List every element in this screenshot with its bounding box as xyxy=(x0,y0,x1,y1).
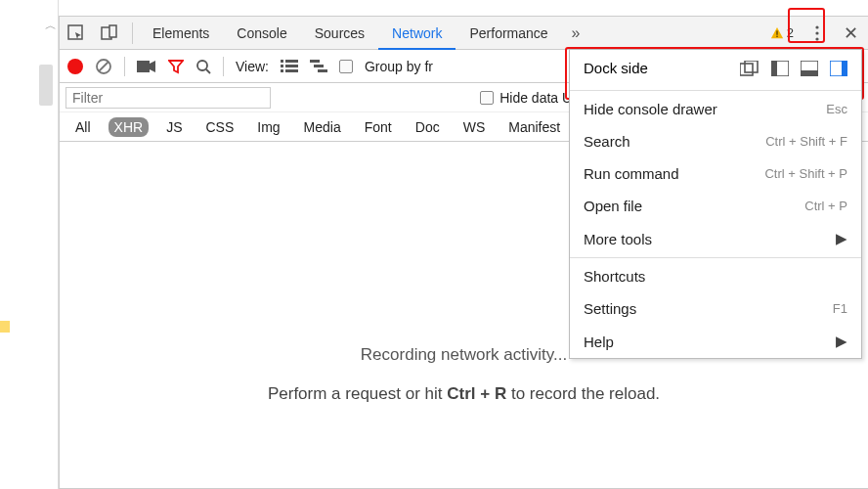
svg-rect-14 xyxy=(285,60,298,63)
inspect-element-icon[interactable] xyxy=(60,17,93,50)
waterfall-view-icon[interactable] xyxy=(310,60,327,73)
svg-line-12 xyxy=(206,69,210,73)
tab-bar: Elements Console Sources Network Perform… xyxy=(60,17,868,50)
settings-menu-button[interactable] xyxy=(802,17,833,50)
scrollbar-thumb[interactable] xyxy=(39,65,53,106)
filter-doc[interactable]: Doc xyxy=(410,117,446,137)
search-icon[interactable] xyxy=(195,59,211,74)
svg-rect-23 xyxy=(745,61,758,72)
settings-menu: Dock side Hide console drawerEsc SearchC… xyxy=(569,49,862,359)
menu-help[interactable]: Help▶ xyxy=(570,325,861,358)
dock-bottom-icon[interactable] xyxy=(801,61,818,76)
dock-undock-icon[interactable] xyxy=(740,61,760,76)
filter-icon[interactable] xyxy=(168,59,184,74)
dock-left-icon[interactable] xyxy=(771,61,789,76)
separator xyxy=(132,22,133,44)
filter-media[interactable]: Media xyxy=(298,117,347,137)
page-gutter: ︿ xyxy=(0,0,59,489)
warning-count: 2 xyxy=(787,25,794,40)
group-checkbox[interactable] xyxy=(339,60,353,73)
menu-shortcuts[interactable]: Shortcuts xyxy=(570,260,861,292)
menu-separator xyxy=(570,90,861,91)
chevron-up-icon: ︿ xyxy=(45,18,57,34)
svg-point-5 xyxy=(815,25,818,28)
filter-all[interactable]: All xyxy=(69,117,97,137)
svg-rect-29 xyxy=(842,61,847,76)
svg-point-7 xyxy=(815,37,818,40)
list-view-icon[interactable] xyxy=(281,60,298,73)
group-label: Group by fr xyxy=(365,59,433,74)
svg-point-6 xyxy=(815,31,818,34)
clear-icon[interactable] xyxy=(95,58,112,75)
filter-xhr[interactable]: XHR xyxy=(108,117,150,137)
filter-input[interactable] xyxy=(65,87,271,109)
menu-separator xyxy=(570,257,861,258)
svg-rect-13 xyxy=(281,60,283,63)
tab-performance[interactable]: Performance xyxy=(456,17,561,50)
svg-rect-2 xyxy=(109,25,116,37)
hint-message: Perform a request or hit Ctrl + R to rec… xyxy=(60,384,868,404)
svg-rect-3 xyxy=(776,30,777,34)
svg-rect-27 xyxy=(801,70,818,76)
menu-run-command[interactable]: Run commandCtrl + Shift + P xyxy=(570,157,861,190)
filter-manifest[interactable]: Manifest xyxy=(502,117,566,137)
tab-console[interactable]: Console xyxy=(223,17,300,50)
svg-point-11 xyxy=(197,61,207,70)
record-button[interactable] xyxy=(67,59,83,74)
tab-network[interactable]: Network xyxy=(378,17,456,50)
svg-rect-21 xyxy=(318,69,327,72)
svg-rect-16 xyxy=(285,65,298,67)
menu-open-file[interactable]: Open fileCtrl + P xyxy=(570,190,861,222)
menu-more-tools[interactable]: More tools▶ xyxy=(570,222,861,255)
filter-js[interactable]: JS xyxy=(160,117,188,137)
dock-right-icon[interactable] xyxy=(830,61,847,76)
separator xyxy=(223,57,224,76)
svg-rect-18 xyxy=(285,69,298,72)
view-label: View: xyxy=(236,59,269,74)
svg-rect-19 xyxy=(310,60,320,63)
warning-badge[interactable]: 2 xyxy=(762,25,802,40)
filter-css[interactable]: CSS xyxy=(199,117,239,137)
svg-rect-25 xyxy=(771,61,777,76)
menu-dock-side: Dock side xyxy=(570,50,861,88)
hide-urls-checkbox[interactable] xyxy=(480,91,494,105)
menu-settings[interactable]: SettingsF1 xyxy=(570,292,861,325)
menu-hide-drawer[interactable]: Hide console drawerEsc xyxy=(570,93,861,125)
separator xyxy=(124,57,125,76)
svg-rect-10 xyxy=(137,61,150,72)
tab-sources[interactable]: Sources xyxy=(301,17,378,50)
device-toolbar-icon[interactable] xyxy=(93,17,126,50)
chevron-right-icon: ▶ xyxy=(836,230,847,247)
camera-icon[interactable] xyxy=(137,60,156,73)
close-devtools-button[interactable]: ✕ xyxy=(833,17,868,50)
filter-font[interactable]: Font xyxy=(359,117,398,137)
svg-line-9 xyxy=(99,62,108,71)
svg-rect-20 xyxy=(314,65,324,67)
svg-rect-4 xyxy=(776,35,777,36)
svg-rect-22 xyxy=(740,64,753,75)
chevron-right-icon: ▶ xyxy=(836,333,847,350)
filter-img[interactable]: Img xyxy=(251,117,285,137)
more-tabs-icon[interactable]: » xyxy=(562,24,590,42)
svg-rect-17 xyxy=(281,69,283,72)
tab-elements[interactable]: Elements xyxy=(139,17,223,50)
dock-side-label: Dock side xyxy=(584,60,648,76)
svg-rect-15 xyxy=(281,65,283,67)
yellow-marker xyxy=(0,321,10,333)
filter-ws[interactable]: WS xyxy=(457,117,492,137)
menu-search[interactable]: SearchCtrl + Shift + F xyxy=(570,125,861,157)
